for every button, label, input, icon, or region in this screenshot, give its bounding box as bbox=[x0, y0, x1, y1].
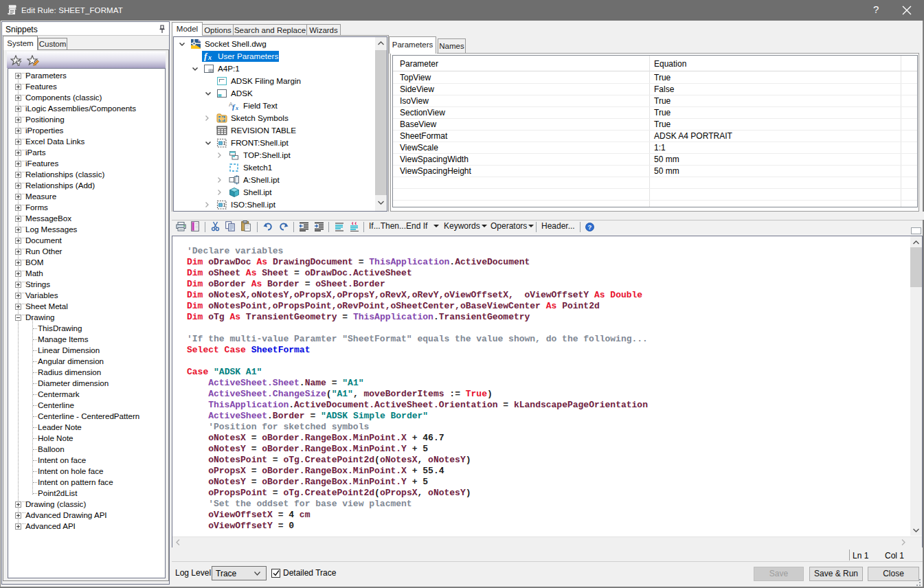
svg-text:x: x bbox=[207, 54, 212, 61]
svg-text:?: ? bbox=[588, 223, 592, 231]
svg-text:x: x bbox=[235, 105, 238, 111]
